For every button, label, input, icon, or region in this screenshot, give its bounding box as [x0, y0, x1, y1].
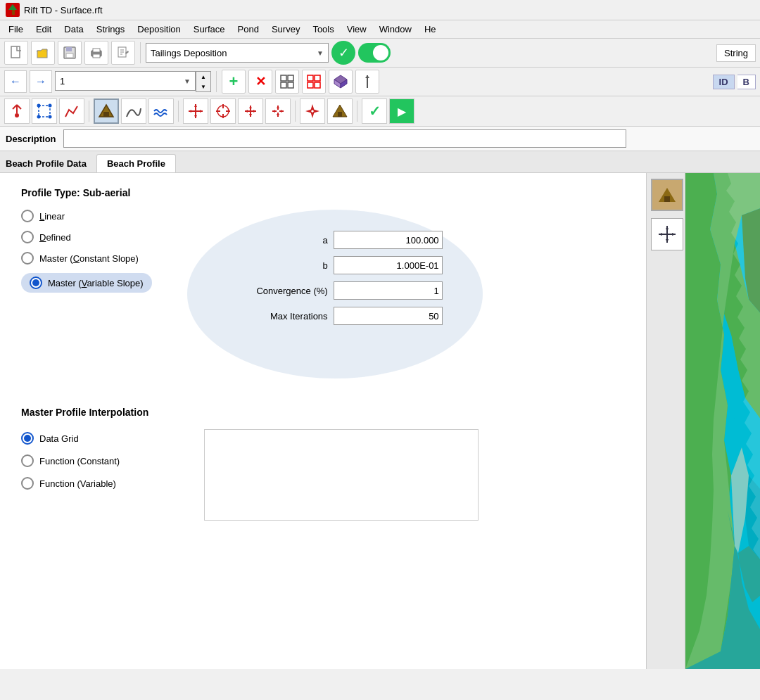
radio-label-func-variable: Function (Variable) — [39, 478, 116, 489]
grid-button2[interactable] — [302, 70, 326, 94]
add-button[interactable]: + — [222, 70, 246, 94]
menu-window[interactable]: Window — [374, 22, 417, 37]
param-convergence-input[interactable] — [334, 281, 443, 300]
title-text: Rift TD - Surface.rft — [24, 5, 103, 15]
separator4 — [178, 101, 179, 122]
radio-circle-linear — [21, 210, 34, 222]
radio-func-variable[interactable]: Function (Variable) — [21, 477, 120, 490]
3d-view-button[interactable] — [329, 70, 353, 94]
radio-func-constant[interactable]: Function (Constant) — [21, 454, 120, 467]
radio-master-constant[interactable]: Master (Constant Slope) — [21, 252, 152, 265]
right-arrows-btn[interactable] — [651, 218, 683, 250]
point-tool[interactable] — [4, 98, 30, 124]
snap-all-tool[interactable] — [210, 98, 236, 124]
param-max-iterations-input[interactable] — [334, 307, 443, 325]
save-button[interactable] — [58, 41, 82, 65]
nav-back-button[interactable]: ← — [4, 70, 27, 93]
menu-edit[interactable]: Edit — [30, 22, 57, 37]
svg-marker-74 — [666, 226, 669, 229]
menu-tools[interactable]: Tools — [307, 22, 339, 37]
separator1 — [140, 42, 141, 63]
string-button[interactable]: String — [716, 44, 756, 62]
separate-arrows-tool[interactable] — [265, 98, 291, 124]
tab-beach-profile[interactable]: Beach Profile — [96, 154, 176, 172]
waves-tool[interactable] — [148, 98, 174, 124]
menu-bar: File Edit Data Strings Deposition Surfac… — [0, 20, 760, 39]
cross-tool[interactable] — [238, 98, 263, 124]
tab-section-label: Beach Profile Data — [6, 158, 94, 169]
radio-linear[interactable]: Linear — [21, 210, 152, 222]
polyline-tool[interactable] — [59, 98, 84, 124]
description-input[interactable] — [63, 129, 626, 148]
section-tool[interactable] — [94, 98, 119, 124]
align-button[interactable] — [355, 70, 379, 94]
radio-circle-master-variable — [30, 276, 42, 289]
menu-pond[interactable]: Pond — [232, 22, 265, 37]
svg-point-36 — [37, 115, 41, 119]
separator3 — [89, 101, 89, 122]
deposition-dropdown[interactable]: Tailings Deposition ▼ — [146, 43, 329, 63]
play-button[interactable]: ▶ — [389, 98, 414, 124]
b-box[interactable]: B — [737, 75, 756, 89]
param-convergence-row: Convergence (%) — [236, 281, 483, 300]
radio-label-data-grid: Data Grid — [39, 433, 79, 444]
menu-file[interactable]: File — [3, 22, 29, 37]
right-mountain-btn[interactable] — [651, 179, 683, 211]
svg-marker-76 — [659, 233, 662, 236]
windrose-tool[interactable] — [300, 98, 325, 124]
title-bar: Rift TD - Surface.rft — [0, 0, 760, 20]
menu-survey[interactable]: Survey — [266, 22, 305, 37]
spin-down[interactable]: ▼ — [196, 82, 210, 91]
record-spinner[interactable]: ▲ ▼ — [196, 71, 211, 92]
svg-marker-63 — [277, 114, 279, 117]
svg-marker-59 — [281, 110, 284, 113]
param-a-row: a — [236, 231, 483, 249]
polygon-select-tool[interactable] — [32, 98, 57, 124]
print-button[interactable] — [84, 41, 108, 65]
main-content: Profile Type: Sub-aerial Linear Defined … — [0, 173, 760, 669]
id-box[interactable]: ID — [713, 75, 735, 89]
delete-button[interactable]: ✕ — [248, 70, 272, 94]
radio-circle-data-grid — [21, 432, 34, 445]
left-panel: Profile Type: Sub-aerial Linear Defined … — [0, 173, 646, 669]
svg-rect-10 — [93, 54, 100, 58]
menu-data[interactable]: Data — [58, 22, 89, 37]
param-b-row: b — [236, 256, 483, 274]
toggle-button[interactable] — [358, 43, 391, 63]
param-a-input[interactable] — [334, 231, 443, 249]
right-panel — [646, 173, 685, 669]
svg-rect-38 — [103, 112, 109, 117]
profile-type-radio-group: Linear Defined Master (Constant Slope) M… — [21, 210, 152, 378]
menu-strings[interactable]: Strings — [91, 22, 130, 37]
params-container: a b Convergence (%) Max It — [236, 231, 483, 332]
move-all-tool[interactable] — [183, 98, 208, 124]
param-b-input[interactable] — [334, 256, 443, 274]
svg-marker-43 — [189, 110, 191, 113]
check-tool[interactable]: ✓ — [362, 98, 387, 124]
grid-button1[interactable] — [275, 70, 299, 94]
radio-label-linear: Linear — [39, 211, 65, 222]
menu-help[interactable]: He — [419, 22, 442, 37]
confirm-button[interactable]: ✓ — [331, 41, 355, 65]
mountain-fill-tool[interactable] — [327, 98, 353, 124]
radio-data-grid[interactable]: Data Grid — [21, 432, 120, 445]
svg-marker-62 — [277, 106, 279, 108]
edit-doc-button[interactable] — [111, 41, 135, 65]
svg-marker-53 — [249, 114, 252, 117]
record-selector[interactable]: 1 ▼ — [55, 71, 196, 91]
menu-surface[interactable]: Surface — [188, 22, 231, 37]
param-max-iterations-row: Max Iterations — [236, 307, 483, 325]
new-button[interactable] — [4, 41, 28, 65]
profile-curve-tool[interactable] — [121, 98, 146, 124]
nav-forward-button[interactable]: → — [30, 70, 52, 93]
open-button[interactable] — [31, 41, 55, 65]
svg-rect-7 — [66, 53, 73, 58]
radio-defined[interactable]: Defined — [21, 231, 152, 243]
radio-master-variable[interactable]: Master (Variable Slope) — [21, 273, 152, 293]
menu-deposition[interactable]: Deposition — [132, 22, 186, 37]
svg-rect-0 — [8, 10, 12, 15]
radio-circle-defined — [21, 231, 34, 243]
spin-up[interactable]: ▲ — [196, 72, 210, 82]
description-row: Description — [0, 127, 760, 151]
menu-view[interactable]: View — [341, 22, 372, 37]
